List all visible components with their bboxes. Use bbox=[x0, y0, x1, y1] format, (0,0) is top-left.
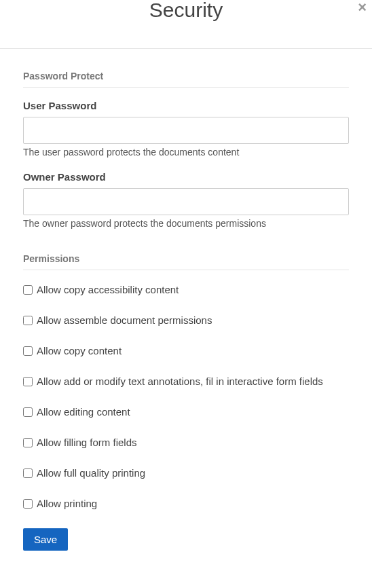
permission-row: Allow add or modify text annotations, fi… bbox=[23, 375, 349, 387]
owner-password-input[interactable] bbox=[23, 188, 349, 215]
permission-checkbox-printing[interactable] bbox=[23, 499, 33, 509]
modal-title: Security bbox=[0, 0, 372, 20]
permission-checkbox-full-quality-printing[interactable] bbox=[23, 468, 33, 478]
permission-label: Allow editing content bbox=[37, 406, 130, 418]
permission-row: Allow copy content bbox=[23, 345, 349, 356]
permission-row: Allow editing content bbox=[23, 406, 349, 418]
permission-checkbox-modify-annotations[interactable] bbox=[23, 377, 33, 386]
permissions-heading: Permissions bbox=[23, 253, 349, 270]
user-password-help: The user password protects the documents… bbox=[23, 147, 349, 158]
permission-checkbox-copy-accessibility[interactable] bbox=[23, 285, 33, 295]
password-protect-section: Password Protect User Password The user … bbox=[23, 71, 349, 229]
permission-label: Allow printing bbox=[37, 498, 97, 509]
security-modal: Security × Password Protect User Passwor… bbox=[0, 0, 372, 588]
save-button[interactable]: Save bbox=[23, 528, 68, 551]
permission-label: Allow filling form fields bbox=[37, 437, 137, 448]
user-password-label: User Password bbox=[23, 100, 349, 111]
modal-body: Password Protect User Password The user … bbox=[0, 49, 372, 551]
permission-row: Allow filling form fields bbox=[23, 437, 349, 448]
permissions-section: Permissions Allow copy accessibility con… bbox=[23, 253, 349, 551]
owner-password-label: Owner Password bbox=[23, 171, 349, 183]
modal-header: Security × bbox=[0, 0, 372, 49]
permission-label: Allow full quality printing bbox=[37, 467, 145, 479]
owner-password-help: The owner password protects the document… bbox=[23, 218, 349, 229]
close-icon[interactable]: × bbox=[358, 0, 367, 15]
permissions-list: Allow copy accessibility content Allow a… bbox=[23, 284, 349, 509]
permission-label: Allow copy content bbox=[37, 345, 122, 356]
permission-checkbox-filling-forms[interactable] bbox=[23, 438, 33, 447]
user-password-input[interactable] bbox=[23, 117, 349, 144]
permission-label: Allow add or modify text annotations, fi… bbox=[37, 375, 323, 387]
permission-checkbox-editing-content[interactable] bbox=[23, 407, 33, 417]
password-protect-heading: Password Protect bbox=[23, 71, 349, 88]
permission-row: Allow assemble document permissions bbox=[23, 314, 349, 326]
permission-row: Allow printing bbox=[23, 498, 349, 509]
permission-checkbox-assemble-document[interactable] bbox=[23, 316, 33, 325]
permission-label: Allow copy accessibility content bbox=[37, 284, 179, 295]
permission-row: Allow full quality printing bbox=[23, 467, 349, 479]
permission-row: Allow copy accessibility content bbox=[23, 284, 349, 295]
permission-checkbox-copy-content[interactable] bbox=[23, 346, 33, 356]
permission-label: Allow assemble document permissions bbox=[37, 314, 212, 326]
